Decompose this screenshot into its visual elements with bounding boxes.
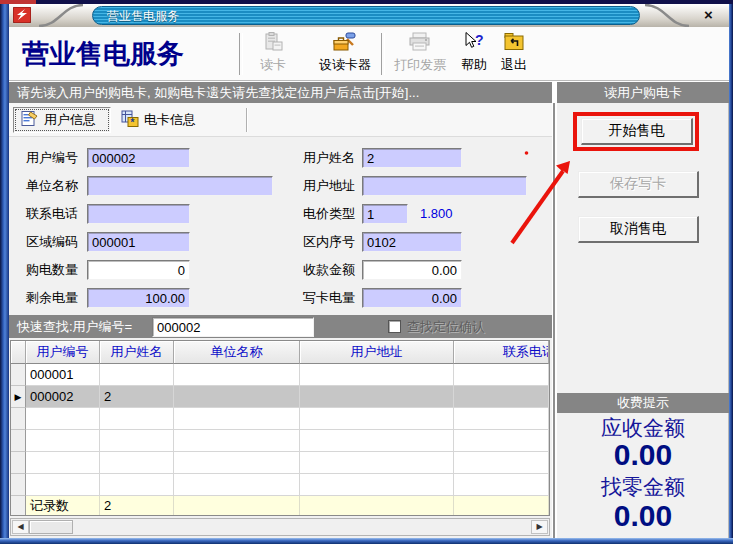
- card-info-icon: *: [121, 110, 139, 130]
- table-cell[interactable]: [174, 408, 300, 430]
- table-cell[interactable]: [100, 452, 174, 474]
- column-header: 用户地址: [300, 341, 454, 364]
- save-write-card-button: 保存写卡: [578, 171, 699, 198]
- row-indicator-cell: [11, 430, 26, 452]
- payment-amount-label: 收款金额: [303, 260, 355, 280]
- table-cell[interactable]: [26, 452, 100, 474]
- table-cell[interactable]: [454, 408, 549, 430]
- receivable-value: 0.00: [557, 438, 729, 472]
- cancel-sale-button[interactable]: 取消售电: [578, 216, 699, 243]
- tab-label: 电卡信息: [144, 111, 196, 129]
- toolbar-separator: [239, 33, 243, 75]
- table-cell[interactable]: [300, 474, 454, 496]
- column-header: 用户姓名: [100, 341, 174, 364]
- table-cell[interactable]: [174, 386, 300, 408]
- table-cell[interactable]: [454, 364, 549, 386]
- exit-button[interactable]: 退出: [495, 32, 533, 76]
- exit-icon: [503, 32, 525, 55]
- status-bar: 请先读入用户的购电卡, 如购电卡遗失请先查找定位用户后点击[开始]...: [9, 82, 552, 103]
- titlebar-capsule: 营业售电服务: [92, 6, 640, 25]
- toolbar-separator: [381, 33, 385, 75]
- title-bar: 营业售电服务 ×: [9, 4, 729, 27]
- tab-card-info[interactable]: * 电卡信息: [114, 107, 222, 133]
- row-indicator-cell: [11, 408, 26, 430]
- table-cell[interactable]: [174, 430, 300, 452]
- phone-label: 联系电话: [26, 204, 78, 224]
- search-input[interactable]: [152, 317, 314, 337]
- table-cell[interactable]: [174, 474, 300, 496]
- table-cell[interactable]: [174, 452, 300, 474]
- table-cell[interactable]: [300, 430, 454, 452]
- user-id-label: 用户编号: [26, 148, 78, 168]
- footer-cell: [174, 496, 300, 515]
- read-card-icon: [263, 32, 283, 55]
- footer-cell: [300, 496, 454, 515]
- table-cell[interactable]: [100, 474, 174, 496]
- print-invoice-icon: [408, 32, 432, 55]
- price-type-field: [362, 204, 408, 224]
- table-cell[interactable]: [454, 474, 549, 496]
- area-code-label: 区域编码: [26, 232, 78, 252]
- start-sale-button[interactable]: 开始售电: [581, 118, 693, 145]
- user-name-field: [362, 148, 462, 168]
- row-indicator-icon: ▶: [11, 386, 26, 408]
- page-title: 营业售电服务: [22, 36, 184, 72]
- help-icon: ?: [463, 32, 485, 55]
- scroll-right-icon[interactable]: ▶: [531, 520, 548, 534]
- tab-label: 用户信息: [44, 111, 96, 129]
- table-cell[interactable]: [100, 364, 174, 386]
- column-header: 联系电话: [454, 341, 549, 364]
- card-reader-setup-button[interactable]: 设读卡器: [311, 32, 379, 76]
- user-name-label: 用户姓名: [303, 148, 355, 168]
- table-cell[interactable]: [26, 430, 100, 452]
- table-cell[interactable]: [454, 430, 549, 452]
- row-indicator-cell: [11, 474, 26, 496]
- write-power-field: [362, 288, 462, 308]
- locate-confirm-label: 查找定位确认: [407, 317, 485, 337]
- card-reader-setup-icon: [333, 32, 357, 55]
- table-cell[interactable]: 000002: [26, 386, 100, 408]
- table-cell[interactable]: [300, 386, 454, 408]
- table-cell[interactable]: [100, 430, 174, 452]
- record-count-label: 记录数: [26, 496, 100, 515]
- row-indicator-cell: [11, 364, 26, 386]
- user-address-label: 用户地址: [303, 176, 355, 196]
- column-header: 用户编号: [26, 341, 100, 364]
- close-icon[interactable]: ×: [700, 6, 717, 23]
- locate-confirm-checkbox[interactable]: [388, 320, 401, 333]
- toolbar: 营业售电服务 读卡: [9, 27, 729, 81]
- table-cell[interactable]: 2: [100, 386, 174, 408]
- table-cell[interactable]: [100, 408, 174, 430]
- area-serial-field: [362, 232, 462, 252]
- purchase-qty-field[interactable]: [87, 260, 190, 280]
- tab-user-info[interactable]: 用户信息: [13, 107, 111, 133]
- price-rate-value: 1.800: [420, 204, 453, 224]
- footer-indicator-cell: [11, 496, 26, 515]
- table-cell[interactable]: [26, 474, 100, 496]
- table-cell[interactable]: [300, 452, 454, 474]
- horizontal-scrollbar[interactable]: ◀ ▶: [10, 518, 550, 536]
- price-type-label: 电价类型: [303, 204, 355, 224]
- remaining-power-label: 剩余电量: [26, 288, 78, 308]
- user-info-icon: [21, 110, 39, 130]
- window-border-left: [0, 4, 9, 544]
- record-count-value: 2: [100, 496, 174, 515]
- table-cell[interactable]: [300, 408, 454, 430]
- print-invoice-button: 打印发票: [387, 32, 453, 76]
- table-cell[interactable]: 000001: [26, 364, 100, 386]
- purchase-qty-label: 购电数量: [26, 260, 78, 280]
- table-cell[interactable]: [454, 452, 549, 474]
- table-cell[interactable]: [174, 364, 300, 386]
- payment-amount-field[interactable]: [362, 260, 462, 280]
- user-id-field: [87, 148, 190, 168]
- table-cell[interactable]: [300, 364, 454, 386]
- read-card-button: 读卡: [247, 32, 299, 76]
- svg-text:*: *: [131, 117, 135, 127]
- scroll-left-icon[interactable]: ◀: [12, 520, 29, 534]
- help-button[interactable]: ? 帮助: [455, 32, 493, 76]
- table-cell[interactable]: [26, 408, 100, 430]
- scrollbar-thumb[interactable]: [29, 520, 73, 534]
- footer-cell: [454, 496, 549, 515]
- table-cell[interactable]: [454, 386, 549, 408]
- write-power-label: 写卡电量: [303, 288, 355, 308]
